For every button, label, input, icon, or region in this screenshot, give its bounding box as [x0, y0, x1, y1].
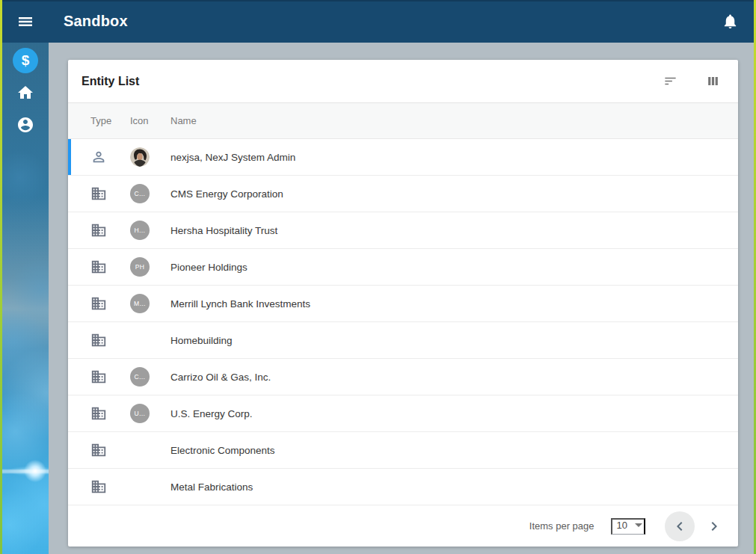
entity-list-card: Entity List Type Icon Name [68, 60, 738, 547]
company-building-icon [90, 295, 107, 312]
previous-page-button[interactable] [665, 511, 695, 541]
table-row[interactable]: PH Pioneer Holdings [68, 249, 738, 286]
sidebar-item-finance[interactable]: $ [13, 48, 38, 73]
paginator: Items per page 10 [68, 505, 738, 547]
initials-badge: C… [130, 367, 150, 387]
company-building-icon [90, 442, 107, 458]
table-row[interactable]: M… Merrill Lynch Bank Investments [68, 286, 738, 322]
hamburger-icon [16, 13, 34, 31]
company-building-icon [90, 185, 107, 202]
top-app-bar: Sandbox [2, 0, 754, 43]
hamburger-menu-button[interactable] [12, 8, 39, 35]
entity-rows: nexjsa, NexJ System Admin C… CMS Energy [68, 139, 738, 505]
next-page-button[interactable] [699, 511, 729, 541]
initials-badge: U… [130, 404, 150, 423]
table-row[interactable]: nexjsa, NexJ System Admin [68, 139, 738, 176]
bell-icon [722, 13, 739, 30]
entity-name: Merrill Lynch Bank Investments [170, 298, 738, 310]
page-size-value: 10 [617, 520, 627, 531]
table-row[interactable]: U… U.S. Energy Corp. [68, 396, 738, 432]
entity-name: CMS Energy Corporation [170, 188, 738, 200]
column-header-type[interactable]: Type [90, 115, 130, 126]
table-header-row: Type Icon Name [68, 102, 738, 139]
table-row[interactable]: Metal Fabrications [68, 469, 738, 505]
columns-button[interactable] [701, 70, 725, 93]
company-building-icon [90, 369, 107, 385]
entity-name: Electronic Components [170, 445, 738, 456]
main-content: Entity List Type Icon Name [51, 43, 754, 554]
chevron-left-icon [671, 517, 689, 535]
sidebar-item-home[interactable] [13, 80, 38, 105]
company-building-icon [90, 222, 107, 238]
person-circle-icon [16, 116, 34, 134]
page-title: Sandbox [64, 13, 128, 30]
home-icon [16, 84, 34, 102]
sort-icon [663, 74, 677, 88]
table-row[interactable]: Electronic Components [68, 432, 738, 469]
table-row[interactable]: C… CMS Energy Corporation [68, 176, 738, 212]
table-row[interactable]: H… Hersha Hospitality Trust [68, 212, 738, 249]
entity-name: Carrizo Oil & Gas, Inc. [170, 372, 738, 383]
chevron-down-icon [635, 523, 642, 527]
sidebar-item-profile[interactable] [13, 112, 38, 138]
initials-badge: H… [130, 221, 150, 240]
sort-button[interactable] [659, 70, 682, 93]
column-header-name[interactable]: Name [170, 115, 738, 126]
company-building-icon [90, 405, 107, 422]
company-building-icon [90, 332, 107, 348]
entity-name: Pioneer Holdings [170, 262, 738, 273]
notifications-button[interactable] [717, 8, 743, 34]
entity-name: Metal Fabrications [170, 481, 738, 493]
initials-badge: PH [130, 257, 150, 277]
initials-badge: C… [130, 184, 150, 203]
entity-name: Homebuilding [170, 335, 738, 346]
entity-name: U.S. Energy Corp. [170, 408, 738, 419]
selected-indicator [68, 139, 71, 175]
entity-name: nexjsa, NexJ System Admin [170, 152, 738, 163]
person-outline-icon [90, 149, 107, 165]
table-row[interactable]: C… Carrizo Oil & Gas, Inc. [68, 359, 738, 396]
dollar-icon: $ [22, 52, 30, 69]
entity-name: Hersha Hospitality Trust [170, 225, 738, 236]
sidebar-nav: $ [2, 43, 49, 554]
entity-list-title: Entity List [82, 75, 139, 88]
company-building-icon [90, 259, 107, 275]
view-columns-icon [706, 74, 720, 88]
table-row[interactable]: Homebuilding [68, 322, 738, 359]
items-per-page-label: Items per page [529, 520, 594, 532]
company-building-icon [90, 478, 107, 495]
app-window: Sandbox $ Entity List [0, 0, 756, 554]
avatar [130, 147, 150, 167]
initials-badge: M… [130, 294, 150, 313]
column-header-icon[interactable]: Icon [130, 115, 170, 126]
chevron-right-icon [705, 517, 723, 535]
entity-list-header: Entity List [68, 60, 738, 102]
page-size-select[interactable]: 10 [611, 518, 645, 535]
